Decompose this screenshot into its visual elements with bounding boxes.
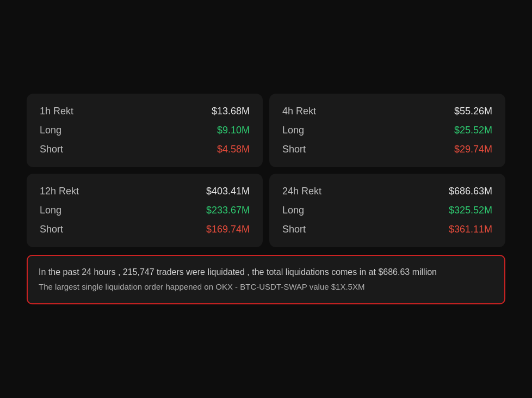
info-primary-text: In the past 24 hours , 215,747 traders w… [39, 266, 493, 279]
info-box: In the past 24 hours , 215,747 traders w… [27, 255, 505, 304]
card-24h-short-value: $361.11M [449, 224, 492, 235]
card-1h-long-label: Long [40, 125, 61, 136]
card-1h-title-row: 1h Rekt $13.68M [40, 106, 250, 117]
card-12h-short-value: $169.74M [206, 224, 250, 235]
card-4h-long-label: Long [282, 125, 304, 136]
card-1h-short-label: Short [40, 144, 63, 155]
card-24h-title: 24h Rekt [282, 186, 321, 197]
card-4h-short-value: $29.74M [454, 144, 492, 155]
card-12h-long-row: Long $233.67M [40, 205, 250, 216]
card-1h-short-row: Short $4.58M [40, 144, 250, 155]
card-1h-long-value: $9.10M [217, 125, 250, 136]
card-4h: 4h Rekt $55.26M Long $25.52M Short $29.7… [269, 94, 505, 167]
card-12h-short-row: Short $169.74M [40, 224, 250, 235]
card-1h-total: $13.68M [212, 106, 250, 117]
card-24h: 24h Rekt $686.63M Long $325.52M Short $3… [269, 174, 505, 247]
card-24h-title-row: 24h Rekt $686.63M [282, 186, 492, 197]
card-12h-short-label: Short [40, 224, 63, 235]
card-24h-short-label: Short [282, 224, 306, 235]
card-12h-title: 12h Rekt [40, 186, 79, 197]
main-container: 1h Rekt $13.68M Long $9.10M Short $4.58M… [16, 83, 516, 315]
card-4h-long-row: Long $25.52M [282, 125, 492, 136]
card-4h-title: 4h Rekt [282, 106, 316, 117]
card-1h-title: 1h Rekt [40, 106, 73, 117]
card-12h-title-row: 12h Rekt $403.41M [40, 186, 250, 197]
card-4h-title-row: 4h Rekt $55.26M [282, 106, 492, 117]
card-24h-long-value: $325.52M [449, 205, 492, 216]
card-1h-short-value: $4.58M [217, 144, 250, 155]
info-secondary-text: The largest single liquidation order hap… [39, 281, 493, 293]
card-12h-total: $403.41M [206, 186, 250, 197]
card-24h-long-row: Long $325.52M [282, 205, 492, 216]
card-1h: 1h Rekt $13.68M Long $9.10M Short $4.58M [27, 94, 263, 167]
cards-grid: 1h Rekt $13.68M Long $9.10M Short $4.58M… [27, 94, 505, 247]
card-4h-short-label: Short [282, 144, 306, 155]
card-4h-long-value: $25.52M [454, 125, 492, 136]
card-24h-total: $686.63M [449, 186, 492, 197]
card-24h-short-row: Short $361.11M [282, 224, 492, 235]
card-12h: 12h Rekt $403.41M Long $233.67M Short $1… [27, 174, 263, 247]
card-4h-total: $55.26M [454, 106, 492, 117]
card-4h-short-row: Short $29.74M [282, 144, 492, 155]
card-1h-long-row: Long $9.10M [40, 125, 250, 136]
card-24h-long-label: Long [282, 205, 304, 216]
card-12h-long-value: $233.67M [206, 205, 250, 216]
card-12h-long-label: Long [40, 205, 61, 216]
